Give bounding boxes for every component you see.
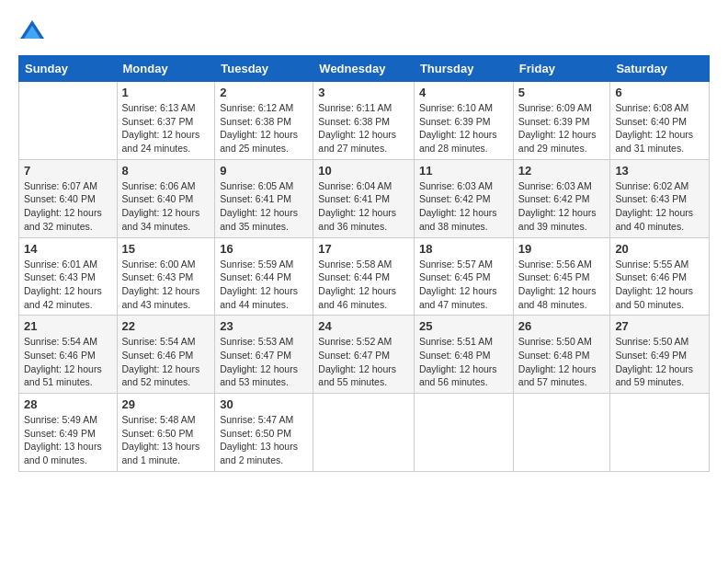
day-number: 22 [122,319,210,333]
day-info: Sunrise: 6:10 AM Sunset: 6:39 PM Dayligh… [419,101,508,155]
calendar-cell [414,394,513,472]
calendar-cell: 29Sunrise: 5:48 AM Sunset: 6:50 PM Dayli… [117,394,215,472]
logo [18,18,50,46]
day-number: 5 [518,86,606,99]
day-info: Sunrise: 6:06 AM Sunset: 6:40 PM Dayligh… [122,179,210,234]
calendar-cell: 16Sunrise: 5:59 AM Sunset: 6:44 PM Dayli… [215,237,313,316]
day-number: 15 [122,242,210,256]
calendar-cell [610,394,710,472]
day-number: 4 [419,86,508,99]
day-info: Sunrise: 6:12 AM Sunset: 6:38 PM Dayligh… [220,101,308,155]
day-number: 17 [318,242,409,256]
day-info: Sunrise: 5:54 AM Sunset: 6:46 PM Dayligh… [24,335,112,389]
day-number: 29 [122,397,210,411]
day-number: 10 [318,164,409,178]
column-header-sunday: Sunday [19,56,118,82]
column-header-wednesday: Wednesday [313,56,415,82]
day-number: 27 [615,319,704,333]
calendar-cell: 19Sunrise: 5:56 AM Sunset: 6:45 PM Dayli… [513,237,610,316]
day-info: Sunrise: 6:05 AM Sunset: 6:41 PM Dayligh… [220,179,308,234]
day-info: Sunrise: 6:00 AM Sunset: 6:43 PM Dayligh… [122,258,210,312]
day-info: Sunrise: 6:03 AM Sunset: 6:42 PM Dayligh… [419,179,508,234]
calendar-cell: 24Sunrise: 5:52 AM Sunset: 6:47 PM Dayli… [313,316,415,394]
day-number: 9 [220,164,308,178]
day-info: Sunrise: 5:50 AM Sunset: 6:48 PM Dayligh… [518,335,606,389]
day-info: Sunrise: 6:02 AM Sunset: 6:43 PM Dayligh… [615,179,704,234]
calendar-cell: 8Sunrise: 6:06 AM Sunset: 6:40 PM Daylig… [117,159,215,237]
day-number: 11 [419,164,508,178]
day-number: 25 [419,319,508,333]
calendar-cell: 11Sunrise: 6:03 AM Sunset: 6:42 PM Dayli… [414,159,513,237]
day-info: Sunrise: 5:52 AM Sunset: 6:47 PM Dayligh… [318,335,409,389]
day-info: Sunrise: 6:09 AM Sunset: 6:39 PM Dayligh… [518,101,606,155]
calendar-cell: 18Sunrise: 5:57 AM Sunset: 6:45 PM Dayli… [414,237,513,316]
logo-icon [18,18,46,46]
calendar-cell: 2Sunrise: 6:12 AM Sunset: 6:38 PM Daylig… [215,82,313,160]
calendar-cell: 7Sunrise: 6:07 AM Sunset: 6:40 PM Daylig… [19,159,118,237]
day-number: 30 [220,397,308,411]
day-info: Sunrise: 5:55 AM Sunset: 6:46 PM Dayligh… [615,258,704,312]
day-number: 28 [24,397,112,411]
calendar-cell: 10Sunrise: 6:04 AM Sunset: 6:41 PM Dayli… [313,159,415,237]
column-header-thursday: Thursday [414,56,513,82]
day-info: Sunrise: 5:49 AM Sunset: 6:49 PM Dayligh… [24,413,112,467]
calendar-cell: 4Sunrise: 6:10 AM Sunset: 6:39 PM Daylig… [414,82,513,160]
calendar-cell: 13Sunrise: 6:02 AM Sunset: 6:43 PM Dayli… [610,159,710,237]
day-info: Sunrise: 6:08 AM Sunset: 6:40 PM Dayligh… [615,101,704,155]
calendar-cell: 3Sunrise: 6:11 AM Sunset: 6:38 PM Daylig… [313,82,415,160]
day-info: Sunrise: 5:59 AM Sunset: 6:44 PM Dayligh… [220,258,308,312]
calendar-cell [19,82,118,160]
day-info: Sunrise: 5:56 AM Sunset: 6:45 PM Dayligh… [518,258,606,312]
column-header-saturday: Saturday [610,56,710,82]
day-number: 8 [122,164,210,178]
calendar-cell: 28Sunrise: 5:49 AM Sunset: 6:49 PM Dayli… [19,394,118,472]
calendar-cell [513,394,610,472]
column-header-tuesday: Tuesday [215,56,313,82]
day-number: 2 [220,86,308,99]
day-number: 7 [24,164,112,178]
column-header-friday: Friday [513,56,610,82]
calendar-cell: 27Sunrise: 5:50 AM Sunset: 6:49 PM Dayli… [610,316,710,394]
day-number: 18 [419,242,508,256]
calendar-cell: 22Sunrise: 5:54 AM Sunset: 6:46 PM Dayli… [117,316,215,394]
day-info: Sunrise: 6:07 AM Sunset: 6:40 PM Dayligh… [24,179,112,234]
day-info: Sunrise: 5:47 AM Sunset: 6:50 PM Dayligh… [220,413,308,467]
day-info: Sunrise: 5:51 AM Sunset: 6:48 PM Dayligh… [419,335,508,389]
day-info: Sunrise: 5:50 AM Sunset: 6:49 PM Dayligh… [615,335,704,389]
day-info: Sunrise: 6:01 AM Sunset: 6:43 PM Dayligh… [24,258,112,312]
calendar-cell: 1Sunrise: 6:13 AM Sunset: 6:37 PM Daylig… [117,82,215,160]
calendar-cell: 25Sunrise: 5:51 AM Sunset: 6:48 PM Dayli… [414,316,513,394]
day-number: 6 [615,86,704,99]
calendar-table: SundayMondayTuesdayWednesdayThursdayFrid… [18,55,710,472]
day-info: Sunrise: 6:04 AM Sunset: 6:41 PM Dayligh… [318,179,409,234]
day-info: Sunrise: 5:48 AM Sunset: 6:50 PM Dayligh… [122,413,210,467]
day-info: Sunrise: 5:54 AM Sunset: 6:46 PM Dayligh… [122,335,210,389]
day-number: 12 [518,164,606,178]
day-number: 20 [615,242,704,256]
day-info: Sunrise: 6:13 AM Sunset: 6:37 PM Dayligh… [122,101,210,155]
calendar-cell: 14Sunrise: 6:01 AM Sunset: 6:43 PM Dayli… [19,237,118,316]
day-number: 23 [220,319,308,333]
day-info: Sunrise: 5:58 AM Sunset: 6:44 PM Dayligh… [318,258,409,312]
day-number: 3 [318,86,409,99]
day-info: Sunrise: 6:11 AM Sunset: 6:38 PM Dayligh… [318,101,409,155]
day-number: 14 [24,242,112,256]
calendar-cell: 20Sunrise: 5:55 AM Sunset: 6:46 PM Dayli… [610,237,710,316]
calendar-cell: 6Sunrise: 6:08 AM Sunset: 6:40 PM Daylig… [610,82,710,160]
column-header-monday: Monday [117,56,215,82]
day-number: 26 [518,319,606,333]
day-number: 19 [518,242,606,256]
day-number: 13 [615,164,704,178]
calendar-cell: 26Sunrise: 5:50 AM Sunset: 6:48 PM Dayli… [513,316,610,394]
calendar-cell: 30Sunrise: 5:47 AM Sunset: 6:50 PM Dayli… [215,394,313,472]
calendar-cell: 9Sunrise: 6:05 AM Sunset: 6:41 PM Daylig… [215,159,313,237]
calendar-cell: 21Sunrise: 5:54 AM Sunset: 6:46 PM Dayli… [19,316,118,394]
day-info: Sunrise: 6:03 AM Sunset: 6:42 PM Dayligh… [518,179,606,234]
page-header [18,18,710,46]
day-info: Sunrise: 5:53 AM Sunset: 6:47 PM Dayligh… [220,335,308,389]
calendar-cell: 5Sunrise: 6:09 AM Sunset: 6:39 PM Daylig… [513,82,610,160]
calendar-cell [313,394,415,472]
day-number: 1 [122,86,210,99]
day-number: 24 [318,319,409,333]
calendar-cell: 23Sunrise: 5:53 AM Sunset: 6:47 PM Dayli… [215,316,313,394]
